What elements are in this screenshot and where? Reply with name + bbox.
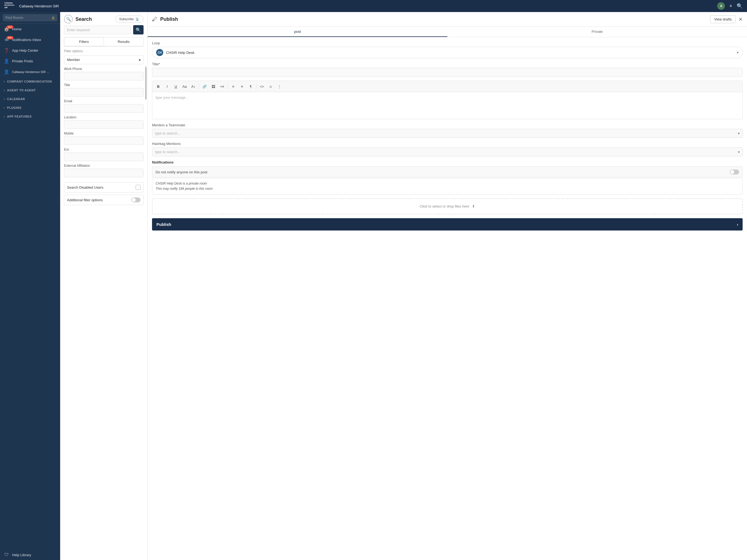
toolbar-unordered-list[interactable]: ≡ <box>238 82 246 90</box>
loop-dropdown[interactable]: CH CHSIR Help Desk ▾ <box>152 47 743 58</box>
sidebar-item-home[interactable]: 🏠 99+ Home <box>0 24 60 34</box>
loop-chevron-down-icon: ▾ <box>737 51 739 54</box>
sidebar-section-plugins[interactable]: › PLUGINS <box>0 103 60 112</box>
mention-dropdown[interactable]: type to search... ▾ <box>152 129 743 138</box>
publish-panel: 🖊 Publish View drafts ✕ post Private Loo… <box>148 12 747 560</box>
hashtag-placeholder: type to search... <box>155 150 180 154</box>
search-button[interactable]: 🔍 <box>737 3 743 9</box>
ext-input[interactable] <box>64 153 144 161</box>
publish-title-label: Title* <box>152 62 743 66</box>
additional-filter-toggle[interactable] <box>131 198 140 202</box>
loop-label: Loop <box>152 41 743 45</box>
hashtag-dropdown[interactable]: type to search... ▾ <box>152 147 743 156</box>
search-go-button[interactable]: 🔍 <box>133 25 144 34</box>
editor-field: B I U Aa A↕ 🔗 🖼 +≡ ≡ ≡ ¶ <> ☺ ⋮ <box>152 81 743 119</box>
filter-field-title: Title <box>64 83 144 97</box>
chevron-right-icon-3: › <box>4 98 5 101</box>
publish-chevron-right-icon: › <box>737 222 738 227</box>
sidebar-item-app-help[interactable]: ❓ App Help Center <box>0 45 60 56</box>
add-button[interactable]: + <box>729 3 732 9</box>
lock-icon: 🔒 <box>51 16 55 20</box>
chevron-right-icon-5: › <box>4 115 5 118</box>
hashtag-field: Hashtag Mentions type to search... ▾ <box>152 142 743 156</box>
feather-icon: 🖊 <box>152 16 157 22</box>
hashtag-chevron-icon: ▾ <box>738 150 740 154</box>
filter-field-external-affiliation: External Affiliation <box>64 164 144 177</box>
sidebar-section-company-communication[interactable]: › COMPANY COMMUNICATION <box>0 77 60 86</box>
work-phone-input[interactable] <box>64 72 144 80</box>
keyword-input[interactable] <box>64 26 131 34</box>
subscribe-button[interactable]: Subscribe 📡 <box>115 16 144 23</box>
sidebar-item-private-posts[interactable]: 👤 Private Posts <box>0 56 60 67</box>
search-disabled-checkbox[interactable] <box>136 185 140 190</box>
view-drafts-button[interactable]: View drafts <box>710 15 736 23</box>
toolbar-paragraph[interactable]: ¶ <box>247 82 255 90</box>
tab-private[interactable]: Private <box>447 27 747 37</box>
person-icon: 👤 <box>4 58 9 64</box>
scrollbar-indicator[interactable] <box>145 67 147 100</box>
publish-body: Loop CH CHSIR Help Desk ▾ Title* B I <box>148 37 747 560</box>
do-not-notify-label: Do not notify anyone on this post <box>156 170 207 174</box>
loop-field: Loop CH CHSIR Help Desk ▾ <box>152 41 743 58</box>
publish-button[interactable]: Publish › <box>152 218 743 230</box>
filter-type-select[interactable]: Member Post Room <box>64 55 144 64</box>
loop-avatar: CH <box>156 49 163 56</box>
toolbar-underline[interactable]: U <box>172 82 180 90</box>
mobile-input[interactable] <box>64 136 144 145</box>
external-affiliation-input[interactable] <box>64 169 144 177</box>
toolbar-code[interactable]: <> <box>258 82 266 90</box>
notifications-label: Notifications <box>152 160 743 164</box>
sidebar-item-label-app-help: App Help Center <box>12 48 38 52</box>
sidebar-item-label-home: Home <box>12 27 22 31</box>
loop-name: CHSIR Help Desk <box>166 51 195 55</box>
email-input[interactable] <box>64 104 144 113</box>
location-input[interactable] <box>64 120 144 129</box>
filter-field-location: Location <box>64 116 144 129</box>
toolbar-emoji[interactable]: ☺ <box>267 82 275 90</box>
toolbar-link[interactable]: 🔗 <box>201 82 208 90</box>
help-library-icon: 🛡 <box>4 552 9 557</box>
toolbar-font-size[interactable]: Aa <box>181 82 188 90</box>
notifications-badge: 99+ <box>6 36 14 40</box>
sidebar-item-callaway-support[interactable]: 👤 Callaway Henderson SIR Support Requ... <box>0 67 60 77</box>
toolbar-font-color[interactable]: A↕ <box>189 82 197 90</box>
user-avatar[interactable]: A <box>717 2 725 10</box>
sidebar-item-help-library[interactable]: 🛡 Help Library <box>0 550 60 560</box>
toolbar-more[interactable]: ⋮ <box>276 82 283 90</box>
sidebar-item-notifications[interactable]: ✉ 99+ Notifications Inbox <box>0 34 60 45</box>
toolbar-bold[interactable]: B <box>154 82 162 90</box>
ext-label: Ext <box>64 148 144 152</box>
sidebar-search-wrapper: 🔒 <box>3 14 57 21</box>
find-rooms-input[interactable] <box>3 14 57 21</box>
toolbar-italic[interactable]: I <box>163 82 171 90</box>
private-room-notice: CHSIR Help Desk is a private room This m… <box>152 178 743 195</box>
tab-post[interactable]: post <box>148 27 447 37</box>
tab-results[interactable]: Results <box>104 37 144 46</box>
toolbar-table[interactable]: +≡ <box>218 82 226 90</box>
sidebar-section-agent-to-agent[interactable]: › AGENT TO AGENT <box>0 86 60 95</box>
close-publish-button[interactable]: ✕ <box>739 17 743 22</box>
work-phone-label: Work Phone <box>64 67 144 71</box>
file-upload-area[interactable]: Click to select or drop files here ⬆ <box>152 198 743 214</box>
mobile-label: Mobile <box>64 131 144 135</box>
search-circle-icon[interactable]: 🔍 <box>64 15 73 24</box>
sidebar-section-app-features[interactable]: › APP FEATURES <box>0 112 60 121</box>
subscribe-label: Subscribe <box>119 17 134 21</box>
section-label-calendar: CALENDAR <box>7 97 25 101</box>
sidebar-section-calendar[interactable]: › CALENDAR <box>0 95 60 103</box>
search-panel-title: Search <box>75 17 92 22</box>
private-room-text-1: CHSIR Help Desk is a private room <box>156 181 739 186</box>
app-title: Callaway Henderson SIR <box>19 4 59 8</box>
post-private-tabs: post Private <box>148 27 747 37</box>
tab-filters[interactable]: Filters <box>64 37 104 46</box>
main-layout: 🔒 🏠 99+ Home ✉ 99+ Notifications Inbox ❓… <box>0 12 747 560</box>
title-input[interactable] <box>64 88 144 97</box>
message-editor[interactable]: type your message... <box>152 92 743 119</box>
search-panel-top-row: 🔍 Search Subscribe 📡 <box>60 12 147 25</box>
toolbar-ordered-list[interactable]: ≡ <box>229 82 237 90</box>
sidebar-item-label-notifications: Notifications Inbox <box>12 38 41 42</box>
do-not-notify-toggle[interactable] <box>730 170 739 175</box>
publish-title-input[interactable] <box>152 68 743 77</box>
toolbar-image[interactable]: 🖼 <box>209 82 217 90</box>
search-disabled-users-row: Search Disabled Users <box>64 182 144 193</box>
